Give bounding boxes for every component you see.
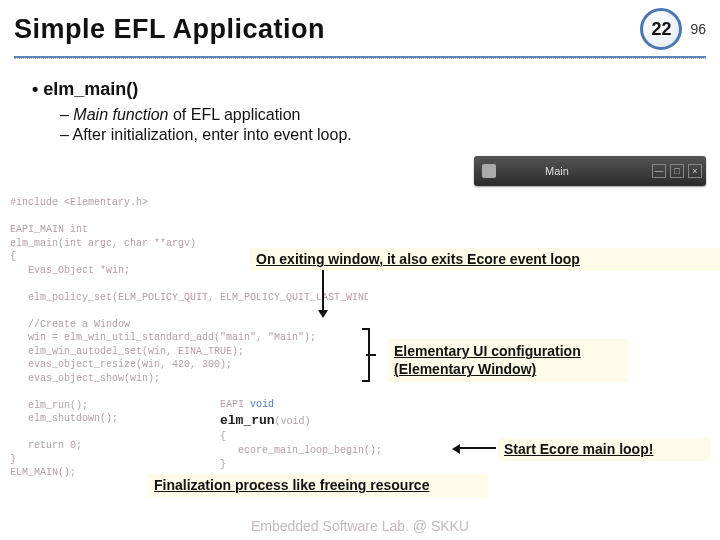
annotation-ui-config: Elementary UI configuration (Elementary … <box>388 339 628 382</box>
slide-number: 22 <box>640 8 682 50</box>
slide-total: 96 <box>690 21 706 37</box>
code-block-elmrun: EAPI void elm_run(void) { ecore_main_loo… <box>220 398 460 458</box>
bullet-2b: After initialization, enter into event l… <box>60 126 694 144</box>
code-text: ecore_main_loop_begin(); <box>220 445 382 456</box>
annotation-line: (Elementary Window) <box>394 361 536 377</box>
bullet-2a-italic: Main function <box>73 106 168 123</box>
code-keyword: void <box>250 399 274 410</box>
window-icon <box>482 164 496 178</box>
slide-title: Simple EFL Application <box>14 14 325 45</box>
footer: Embedded Software Lab. @ SKKU <box>0 518 720 534</box>
code-text: { <box>220 431 226 442</box>
code-elmrun: elm_run <box>220 413 275 428</box>
annotation-start-loop: Start Ecore main loop! <box>498 438 710 461</box>
annotation-line: Elementary UI configuration <box>394 343 581 359</box>
code-block-main: #include <Elementary.h> EAPI_MAIN int el… <box>10 196 368 496</box>
minimize-icon: — <box>652 164 666 178</box>
code-text: } <box>220 459 226 470</box>
bracket-icon <box>362 328 370 382</box>
window-title: Main <box>502 165 652 177</box>
title-bar: Simple EFL Application 22 96 <box>0 0 720 54</box>
code-text: EAPI <box>220 399 250 410</box>
bullet-1: elm_main() <box>32 79 694 100</box>
window-preview: Main — □ × <box>474 156 706 186</box>
slide-number-badge: 22 96 <box>640 8 706 50</box>
bullet-2a: Main function of EFL application <box>60 106 694 124</box>
content: elm_main() Main function of EFL applicat… <box>0 59 720 144</box>
bullet-2a-rest: of EFL application <box>169 106 301 123</box>
maximize-icon: □ <box>670 164 684 178</box>
close-icon: × <box>688 164 702 178</box>
code-text: (void) <box>275 416 311 427</box>
annotation-finalization: Finalization process like freeing resour… <box>148 474 488 497</box>
annotation-exit-loop: On exiting window, it also exits Ecore e… <box>250 248 720 271</box>
